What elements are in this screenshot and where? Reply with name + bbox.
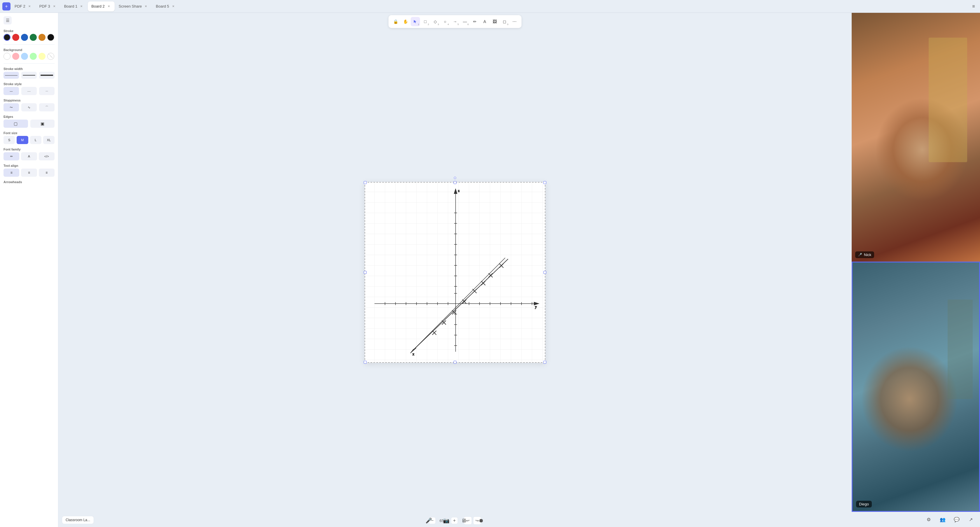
stroke-style-label: Stroke style [3,82,54,86]
tool-image[interactable]: 🖼 [490,17,500,26]
tool-text[interactable]: A [480,17,489,26]
svg-line-70 [414,259,508,349]
background-label: Background [3,48,54,52]
chat-button[interactable]: 💬 [952,515,961,524]
font-size-xl[interactable]: XL [43,136,54,144]
resize-handle-tr[interactable] [543,181,546,184]
tool-diamond[interactable]: ◇ 3 [431,17,440,26]
tool-eraser[interactable]: ◻ 0 [500,17,509,26]
tool-lock[interactable]: 🔒 [391,17,400,26]
canvas-content[interactable]: z y x [58,30,852,514]
settings-button[interactable]: ⚙ [924,515,933,524]
tool-hand[interactable]: ✋ [401,17,410,26]
tab-board2[interactable]: Board 2 ✕ [88,2,115,11]
stroke-width-label: Stroke width [3,67,54,70]
resize-handle-tc[interactable] [453,181,457,184]
bg-color-pink[interactable] [12,53,19,60]
font-family-handwritten[interactable]: ✏ [3,152,19,161]
tab-screenshare[interactable]: Screen Share ✕ [115,2,152,11]
stroke-thin[interactable] [3,72,19,79]
tool-rect[interactable]: □ 2 [421,17,430,26]
bg-color-lightblue[interactable] [21,53,28,60]
tab-pdf2[interactable]: PDF 2 ✕ [11,2,35,11]
stroke-color-dark[interactable] [47,34,54,41]
text-align-center[interactable]: ≡ [21,169,37,177]
main-layout: ☰ Stroke Background [0,13,980,527]
font-size-l[interactable]: L [30,136,41,144]
tool-line[interactable]: — 6 [460,17,469,26]
sidebar: ☰ Stroke Background [0,13,58,527]
font-family-code[interactable]: </> [39,152,54,161]
resize-handle-br[interactable] [543,361,546,364]
svg-text:y: y [535,304,537,309]
tool-pencil[interactable]: ✏ [470,17,479,26]
tool-more[interactable]: ⋯ [510,17,519,26]
camera-button[interactable]: 📷 [441,515,452,526]
bg-color-transparent[interactable] [47,53,54,60]
graph-canvas: z y x [365,183,546,363]
tab-menu-button[interactable]: ≡ [969,2,978,11]
add-tab-button[interactable]: + [2,2,11,11]
screen-share-button[interactable]: 🖥 [458,515,469,526]
bg-color-white[interactable] [3,53,11,60]
people-button[interactable]: 👥 [938,515,947,524]
font-size-section: Font size S M L XL [3,131,54,144]
style-dashed[interactable]: - - [21,87,37,95]
tab-pdf3-close[interactable]: ✕ [52,4,57,9]
edges-round[interactable]: ▣ [30,119,55,128]
tab-board1[interactable]: Board 1 ✕ [60,2,88,11]
video-slot-nick: 🎤 Nick [852,13,980,262]
canvas-frame[interactable]: z y x [364,182,546,363]
record-button[interactable]: ⏺ [476,515,487,526]
tab-board5[interactable]: Board 5 ✕ [152,2,179,11]
stroke-thick[interactable] [39,72,54,79]
bg-color-lightgreen[interactable] [30,53,37,60]
diego-label: Diego [856,501,872,508]
tab-board5-label: Board 5 [156,4,169,8]
expand-button[interactable]: ↗ [966,515,975,524]
tool-select[interactable]: 1 [410,17,420,26]
tab-board5-close[interactable]: ✕ [171,4,176,9]
tool-rect-subscript: 2 [428,23,429,25]
resize-handle-tl[interactable] [364,181,367,184]
sloppiness-label: Sloppiness [3,99,54,102]
media-controls: 🎤 📷 🖥 ⏺ [423,515,487,526]
style-dotted[interactable]: ··· [39,87,54,95]
background-section: Background [3,48,54,60]
edges-sharp[interactable]: ▢ [3,119,28,128]
font-family-serif[interactable]: A [21,152,37,161]
tab-pdf2-label: PDF 2 [14,4,25,8]
tab-pdf3[interactable]: PDF 3 ✕ [36,2,60,11]
style-solid[interactable]: — [3,87,19,95]
sloppiness-very-wavy[interactable]: ⌒ [39,103,54,111]
mic-button[interactable]: 🎤 [423,515,434,526]
rotation-handle[interactable] [454,177,456,179]
stroke-color-blue[interactable] [21,34,28,41]
stroke-color-row [3,34,54,41]
font-size-m[interactable]: M [17,136,28,144]
resize-handle-bc[interactable] [453,361,457,364]
tool-arrow[interactable]: → 5 [450,17,460,26]
text-align-left[interactable]: ≡ [3,169,19,177]
tab-board2-close[interactable]: ✕ [107,4,111,9]
resize-handle-bl[interactable] [364,361,367,364]
resize-handle-rc[interactable] [543,271,546,274]
tab-pdf2-close[interactable]: ✕ [27,4,32,9]
tab-board1-close[interactable]: ✕ [79,4,84,9]
classroom-label[interactable]: Classroom La... [62,516,94,524]
stroke-color-red[interactable] [12,34,19,41]
bg-color-yellow[interactable] [38,53,46,60]
font-size-s[interactable]: S [3,136,15,144]
stroke-color-black[interactable] [3,34,11,41]
sloppiness-wavy[interactable]: ∿ [21,103,37,111]
tool-ellipse[interactable]: ○ 4 [441,17,450,26]
resize-handle-lc[interactable] [364,271,367,274]
sidebar-menu-button[interactable]: ☰ [3,16,12,24]
text-align-right[interactable]: ≡ [39,169,54,177]
stroke-color-orange[interactable] [38,34,46,41]
tab-screenshare-close[interactable]: ✕ [143,4,148,9]
stroke-color-green[interactable] [30,34,37,41]
sloppiness-straight[interactable]: 〜 [3,103,19,111]
stroke-medium[interactable] [21,72,37,79]
classroom-label-area: Classroom La... [62,516,94,524]
